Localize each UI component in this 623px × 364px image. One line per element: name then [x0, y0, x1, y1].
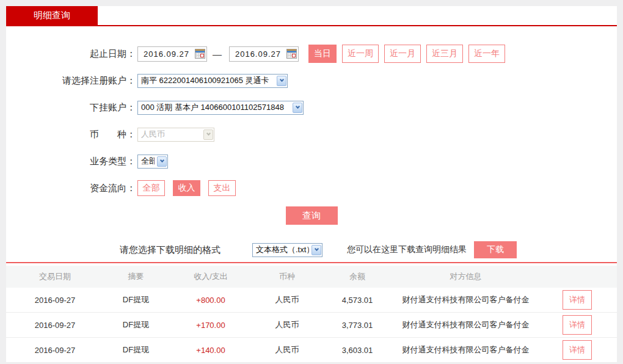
cell-amount: +140.00: [168, 346, 253, 355]
fund-flow-label: 资金流向：: [6, 183, 136, 194]
sub-account-select[interactable]: 000 活期 基本户 1406600101102571848: [137, 101, 304, 115]
tab-label: 明细查询: [34, 10, 70, 21]
tab-detail-query[interactable]: 明细查询: [6, 6, 98, 25]
currency-value: 人民币: [141, 129, 201, 140]
fund-flow-row: 资金流向： 全部 收入 支出: [6, 180, 617, 197]
currency-row: 币 种： 人民币: [6, 126, 617, 143]
register-account-row: 请选择注册账户： 南平 6222001406100921065 灵通卡: [6, 72, 617, 89]
flow-income-button[interactable]: 收入: [173, 180, 200, 196]
sub-account-value: 000 活期 基本户 1406600101102571848: [141, 102, 290, 113]
column-header-summary: 摘要: [104, 271, 168, 282]
column-header-balance: 余额: [321, 271, 394, 282]
cell-currency: 人民币: [253, 344, 321, 355]
business-type-label: 业务类型：: [6, 156, 136, 167]
download-format-label: 请您选择下载明细的格式: [120, 244, 246, 256]
download-format-select[interactable]: 文本格式（.txt）: [252, 243, 322, 257]
quick-range-quarter-button[interactable]: 近三月: [426, 45, 463, 63]
register-account-label: 请选择注册账户：: [6, 75, 136, 87]
currency-label: 币 种：: [6, 129, 136, 140]
cell-counterparty: 财付通支付科技有限公司客户备付金: [394, 294, 537, 305]
quick-range-month-button[interactable]: 近一月: [384, 45, 421, 63]
quick-range-today-button[interactable]: 当日: [308, 45, 337, 63]
cell-date: 2016-09-27: [6, 346, 104, 355]
quick-range-week-button[interactable]: 近一周: [342, 45, 379, 63]
quick-range-year-button[interactable]: 近一年: [468, 45, 505, 63]
date-range-label: 起止日期：: [6, 48, 136, 60]
cell-currency: 人民币: [253, 319, 321, 330]
chevron-down-icon: [203, 129, 213, 140]
column-header-date: 交易日期: [6, 271, 104, 282]
flow-expense-button[interactable]: 支出: [208, 180, 236, 196]
detail-button[interactable]: 详情: [563, 340, 592, 360]
flow-all-button[interactable]: 全部: [137, 180, 165, 196]
table-row: 2016-09-27 DF提现 +140.00 人民币 3,603.01 财付通…: [6, 338, 617, 363]
table-separator-line: [6, 262, 617, 263]
chevron-down-icon: [157, 156, 167, 167]
end-date-input[interactable]: 2016.09.27: [229, 46, 299, 62]
cell-balance: 4,573.01: [321, 296, 394, 305]
end-date-value: 2016.09.27: [230, 49, 286, 59]
sub-account-label: 下挂账户：: [6, 102, 136, 114]
cell-amount: +170.00: [168, 321, 253, 330]
download-button[interactable]: 下载: [474, 241, 517, 258]
detail-button[interactable]: 详情: [563, 290, 592, 310]
table-header: 交易日期 摘要 收入/支出 币种 余额 对方信息: [6, 266, 617, 288]
cell-balance: 3,773.01: [321, 321, 394, 330]
cell-counterparty: 财付通支付科技有限公司客户备付金: [394, 344, 537, 355]
query-button[interactable]: 查询: [286, 206, 338, 225]
date-range-row: 起止日期： 2016.09.27 — 2016.09.27 当日 近一周 近一月…: [6, 45, 617, 62]
chevron-down-icon: [277, 76, 286, 86]
column-header-currency: 币种: [253, 271, 321, 282]
cell-amount: +800.00: [168, 296, 253, 305]
cell-summary: DF提现: [104, 344, 168, 355]
cell-summary: DF提现: [104, 319, 168, 330]
cell-summary: DF提现: [104, 294, 168, 305]
calendar-icon[interactable]: [195, 49, 205, 59]
download-hint: 您可以在这里下载查询明细结果: [347, 244, 467, 255]
table-row: 2016-09-27 DF提现 +800.00 人民币 4,573.01 财付通…: [6, 288, 617, 313]
business-type-value: 全部: [141, 156, 155, 167]
detail-button[interactable]: 详情: [563, 315, 592, 335]
cell-date: 2016-09-27: [6, 296, 104, 305]
sub-account-row: 下挂账户： 000 活期 基本户 1406600101102571848: [6, 99, 617, 116]
cell-counterparty: 财付通支付科技有限公司客户备付金: [394, 319, 537, 330]
page: 明细查询 起止日期： 2016.09.27 — 2016.09.27 当日 近一…: [0, 0, 623, 363]
download-format-value: 文本格式（.txt）: [256, 244, 309, 255]
calendar-icon[interactable]: [286, 49, 297, 59]
cell-balance: 3,603.01: [321, 346, 394, 355]
query-panel: 起止日期： 2016.09.27 — 2016.09.27 当日 近一周 近一月…: [6, 26, 617, 363]
register-account-value: 南平 6222001406100921065 灵通卡: [141, 75, 274, 86]
start-date-value: 2016.09.27: [138, 49, 195, 59]
chevron-down-icon: [293, 103, 302, 113]
tab-bar: 明细查询: [6, 6, 617, 25]
column-header-amount: 收入/支出: [168, 271, 253, 282]
cell-currency: 人民币: [253, 294, 321, 305]
table-row: 2016-09-27 DF提现 +170.00 人民币 3,773.01 财付通…: [6, 313, 617, 338]
date-separator: —: [213, 49, 222, 59]
chevron-down-icon: [312, 245, 321, 255]
start-date-input[interactable]: 2016.09.27: [137, 46, 207, 62]
business-type-select[interactable]: 全部: [137, 155, 168, 169]
register-account-select[interactable]: 南平 6222001406100921065 灵通卡: [137, 74, 288, 88]
column-header-counterparty: 对方信息: [394, 271, 537, 282]
business-type-row: 业务类型： 全部: [6, 153, 617, 170]
cell-date: 2016-09-27: [6, 321, 104, 330]
download-row: 请您选择下载明细的格式 文本格式（.txt） 您可以在这里下载查询明细结果 下载: [6, 241, 617, 258]
currency-select: 人民币: [137, 128, 214, 142]
